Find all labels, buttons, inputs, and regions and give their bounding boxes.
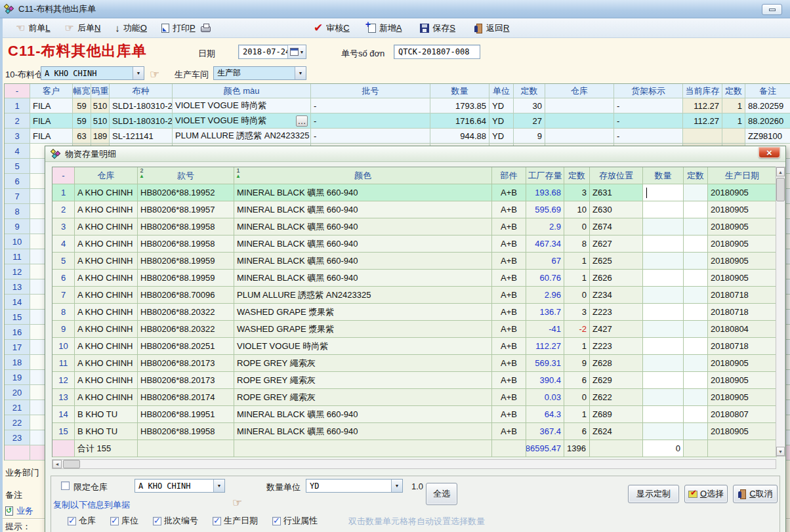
cell[interactable]: A+B bbox=[492, 355, 526, 372]
cell[interactable] bbox=[545, 113, 614, 129]
cell[interactable]: HB80206*88.19957 bbox=[138, 201, 234, 218]
cell[interactable]: MINERAL BLACK 礦黑 660-940 bbox=[234, 423, 492, 440]
cell[interactable]: 10 bbox=[52, 338, 75, 355]
cell[interactable]: Z234 bbox=[590, 287, 643, 304]
cell[interactable] bbox=[684, 355, 708, 372]
column-header[interactable]: 数量 bbox=[643, 167, 684, 184]
copy-info-label[interactable]: 复制以下信息到单据 bbox=[53, 499, 130, 511]
warehouse-lookup-icon[interactable] bbox=[150, 68, 159, 81]
cell[interactable]: Z631 bbox=[590, 184, 643, 201]
cell[interactable]: 1 bbox=[5, 98, 30, 113]
cell[interactable]: Z627 bbox=[590, 235, 643, 253]
cell[interactable]: 2.96 bbox=[526, 287, 564, 304]
cell[interactable]: 0 bbox=[564, 218, 590, 235]
cell[interactable] bbox=[684, 270, 708, 287]
cell[interactable]: A+B bbox=[492, 321, 526, 338]
cell[interactable] bbox=[684, 235, 708, 253]
cell[interactable]: FILA bbox=[30, 129, 73, 144]
column-header[interactable]: 仓库 bbox=[545, 84, 614, 98]
cell[interactable]: 30 bbox=[514, 98, 545, 113]
cell[interactable]: 3 bbox=[5, 129, 30, 144]
toolbar-item-printer[interactable] bbox=[201, 24, 211, 32]
copy-option-行业属性[interactable]: 行业属性 bbox=[272, 515, 318, 527]
cell[interactable]: Z223 bbox=[590, 338, 643, 355]
cell[interactable]: 60.76 bbox=[526, 270, 564, 287]
cell[interactable]: A+B bbox=[492, 201, 526, 218]
cell[interactable]: 59 bbox=[73, 98, 91, 113]
cell[interactable]: 20180804 bbox=[708, 321, 777, 338]
cell[interactable] bbox=[643, 253, 684, 270]
cell[interactable]: 7 bbox=[52, 287, 75, 304]
cell[interactable]: A+B bbox=[492, 218, 526, 235]
toolbar-item-前单[interactable]: 前单L bbox=[16, 22, 51, 34]
cell[interactable]: 2.9 bbox=[526, 218, 564, 235]
cell[interactable]: 1 bbox=[564, 406, 590, 423]
cell[interactable]: 20180718 bbox=[708, 287, 777, 304]
cell[interactable]: 0 bbox=[564, 389, 590, 406]
cell[interactable]: 0 bbox=[564, 287, 590, 304]
horizontal-scrollbar[interactable] bbox=[52, 459, 776, 469]
column-header[interactable]: 仓库 bbox=[75, 167, 138, 184]
cell[interactable] bbox=[683, 129, 722, 144]
cell[interactable]: 1793.85 bbox=[430, 98, 489, 113]
cell[interactable]: HB80206*88.19959 bbox=[138, 253, 234, 270]
cell[interactable]: - bbox=[614, 113, 683, 129]
cell[interactable]: Z624 bbox=[590, 423, 643, 440]
cell[interactable]: A KHO CHINH bbox=[75, 270, 138, 287]
cell[interactable]: A+B bbox=[492, 235, 526, 253]
cell[interactable]: A+B bbox=[492, 406, 526, 423]
cell[interactable]: A KHO CHINH bbox=[75, 321, 138, 338]
cell[interactable] bbox=[643, 406, 684, 423]
cell[interactable] bbox=[643, 201, 684, 218]
cell[interactable]: A+B bbox=[492, 423, 526, 440]
cell[interactable]: Z625 bbox=[590, 253, 643, 270]
copy-option-仓库[interactable]: 仓库 bbox=[68, 515, 96, 527]
cell[interactable]: 20180905 bbox=[708, 389, 777, 406]
column-header[interactable]: 码重 bbox=[91, 84, 110, 98]
cell[interactable]: 510 bbox=[91, 113, 110, 129]
cell[interactable]: A+B bbox=[492, 270, 526, 287]
toolbar-item-保存[interactable]: 保存S bbox=[420, 22, 455, 34]
cell[interactable]: ZZ98100 bbox=[745, 129, 790, 144]
cell[interactable]: 4 bbox=[5, 144, 30, 159]
cell[interactable] bbox=[643, 184, 684, 201]
cell[interactable]: A KHO CHINH bbox=[75, 355, 138, 372]
cell[interactable]: 20180905 bbox=[708, 201, 777, 218]
cell[interactable] bbox=[643, 235, 684, 253]
fabric-warehouse-combo[interactable]: A KHO CHINH bbox=[41, 66, 144, 80]
cell[interactable]: ROPE GREY 繩索灰 bbox=[234, 372, 492, 389]
cell[interactable]: 20180905 bbox=[708, 270, 777, 287]
cell[interactable]: Z427 bbox=[590, 321, 643, 338]
cell[interactable]: B KHO TU bbox=[75, 423, 138, 440]
column-header[interactable]: 单位 bbox=[489, 84, 514, 98]
cell[interactable] bbox=[684, 218, 708, 235]
cell[interactable]: 88.20259 bbox=[745, 98, 790, 113]
cell[interactable]: 510 bbox=[91, 98, 110, 113]
checkbox[interactable] bbox=[153, 517, 161, 525]
cell[interactable]: 67 bbox=[526, 253, 564, 270]
combo-arrow-button[interactable] bbox=[213, 480, 224, 492]
business-link[interactable]: 业务 bbox=[5, 505, 33, 517]
copy-option-生产日期[interactable]: 生产日期 bbox=[213, 515, 258, 527]
copy-option-库位[interactable]: 库位 bbox=[110, 515, 138, 527]
cell[interactable]: 2 bbox=[52, 201, 75, 218]
cell[interactable]: 20180718 bbox=[708, 304, 777, 321]
cell[interactable]: - bbox=[311, 129, 430, 144]
vertical-scrollbar[interactable] bbox=[776, 167, 785, 457]
cell[interactable]: 20180905 bbox=[708, 423, 777, 440]
cell[interactable]: 3 bbox=[52, 218, 75, 235]
cell[interactable] bbox=[643, 304, 684, 321]
cell[interactable]: 9 bbox=[52, 321, 75, 338]
column-header[interactable]: 幅宽 bbox=[73, 84, 91, 98]
cell[interactable]: 27 bbox=[514, 113, 545, 129]
cell[interactable]: 944.88 bbox=[430, 129, 489, 144]
cell[interactable] bbox=[643, 355, 684, 372]
cell[interactable]: A KHO CHINH bbox=[75, 253, 138, 270]
cell[interactable]: 21 bbox=[5, 400, 30, 415]
cell[interactable]: A+B bbox=[492, 304, 526, 321]
cell[interactable] bbox=[684, 201, 708, 218]
cell[interactable]: Z622 bbox=[590, 389, 643, 406]
cell[interactable] bbox=[643, 372, 684, 389]
cell[interactable]: 5 bbox=[52, 253, 75, 270]
column-header[interactable]: 颜色1 bbox=[234, 167, 492, 184]
